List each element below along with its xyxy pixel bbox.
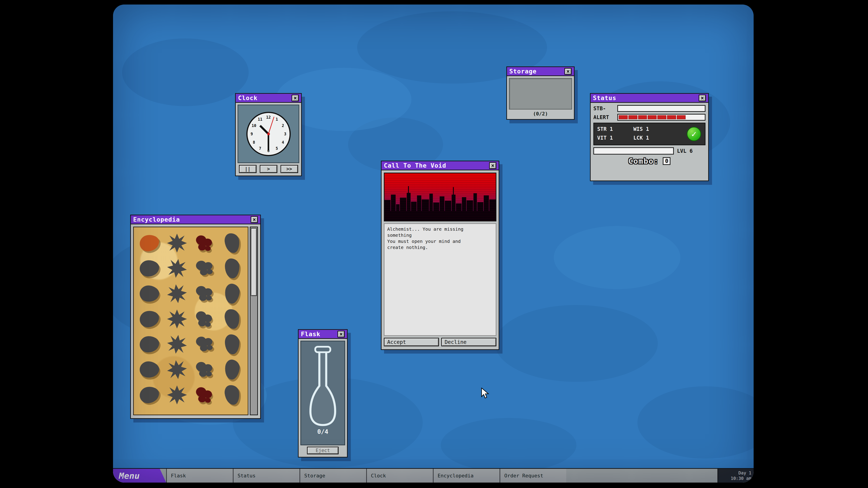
creature-sprite[interactable]: [191, 230, 218, 256]
level-label: LVL 6: [677, 148, 692, 154]
menu-button[interactable]: Menu: [113, 469, 166, 483]
creature-sprite[interactable]: [191, 332, 218, 357]
taskbar-item-flask[interactable]: Flask: [166, 469, 233, 483]
taskbar-item-encyclopedia[interactable]: Encyclopedia: [433, 469, 500, 483]
close-icon[interactable]: ×: [699, 95, 706, 101]
creature-sprite[interactable]: [218, 357, 246, 382]
creature-sprite[interactable]: [218, 332, 246, 357]
creature-sprite[interactable]: [163, 281, 191, 306]
alert-segment: [648, 115, 657, 119]
creature-sprite[interactable]: [135, 332, 163, 357]
void-titlebar[interactable]: Call To The Void ×: [381, 161, 499, 170]
creature-sprite[interactable]: [163, 306, 191, 332]
creature-sprite[interactable]: [135, 256, 163, 281]
creature-sprite[interactable]: [191, 256, 218, 281]
window-title: Flask: [301, 330, 320, 337]
creature-sprite[interactable]: [135, 281, 163, 306]
city-skyline-image: [384, 173, 496, 221]
creature-sprite[interactable]: [191, 382, 218, 408]
taskbar-item-storage[interactable]: Storage: [300, 469, 366, 483]
lck-stat: LCK 1: [633, 135, 670, 142]
pause-button[interactable]: ||: [239, 165, 256, 173]
clock-numeral: 4: [282, 140, 284, 144]
flask-titlebar[interactable]: Flask ×: [299, 330, 347, 339]
clock-titlebar[interactable]: Clock ×: [236, 94, 301, 103]
creature-sprite[interactable]: [163, 256, 191, 281]
taskbar-item-clock[interactable]: Clock: [366, 469, 433, 483]
decline-button[interactable]: Decline: [441, 338, 496, 346]
alert-segment: [628, 115, 638, 119]
status-titlebar[interactable]: Status ×: [591, 94, 708, 103]
creature-sprite[interactable]: [163, 382, 191, 408]
storage-count: (0/2): [509, 109, 572, 117]
storage-slots-panel[interactable]: [509, 78, 572, 109]
creature-sprite[interactable]: [191, 357, 218, 382]
clock-numeral: 6: [267, 149, 270, 153]
clock-numeral: 5: [276, 146, 278, 151]
scrollbar-thumb[interactable]: [251, 228, 257, 296]
creature-sprite[interactable]: [163, 230, 191, 256]
accept-button[interactable]: Accept: [384, 338, 439, 346]
creature-sprite[interactable]: [135, 382, 163, 408]
creature-sprite[interactable]: [218, 306, 246, 332]
storage-titlebar[interactable]: Storage ×: [507, 67, 574, 76]
clock-numeral: 7: [259, 146, 261, 151]
message-line: create nothing.: [387, 245, 493, 251]
window-title: Encyclopedia: [133, 216, 180, 223]
creature-sprite[interactable]: [218, 230, 246, 256]
day-time-display: Day 1 10:30 am: [717, 469, 754, 483]
check-icon: ✓: [687, 127, 701, 141]
creature-sprite[interactable]: [135, 357, 163, 382]
close-icon[interactable]: ×: [489, 162, 496, 169]
alert-segment: [686, 115, 695, 119]
creature-sprite[interactable]: [218, 256, 246, 281]
flask-icon: [306, 341, 340, 432]
clock-body: 123456789101112 || > >>: [236, 103, 301, 175]
creature-sprite[interactable]: [191, 281, 218, 306]
window-title: Call To The Void: [384, 162, 446, 169]
storage-window: Storage × (0/2): [506, 66, 575, 120]
skyline-silhouette: [384, 173, 496, 221]
close-icon[interactable]: ×: [291, 95, 299, 101]
encyclopedia-window: Encyclopedia ×: [130, 215, 261, 419]
creature-sprite[interactable]: [163, 357, 191, 382]
minute-hand: [268, 134, 269, 151]
mouse-cursor: [480, 388, 490, 400]
creature-sprite[interactable]: [163, 332, 191, 357]
creature-sprite[interactable]: [218, 382, 246, 408]
clock-face: 123456789101112: [246, 112, 291, 156]
scrollbar-track[interactable]: [250, 227, 258, 415]
alert-segment: [657, 115, 666, 119]
eject-button[interactable]: Eject: [307, 447, 339, 454]
storage-body: (0/2): [507, 76, 574, 119]
encyclopedia-titlebar[interactable]: Encyclopedia ×: [131, 215, 260, 224]
stb-label: STB-: [593, 105, 615, 111]
creature-sprite[interactable]: [135, 306, 163, 332]
flask-fill-count: 0/4: [301, 428, 344, 435]
window-title: Clock: [238, 94, 257, 101]
clock-controls: || > >>: [238, 163, 299, 173]
flask-panel: 0/4: [301, 341, 345, 445]
flask-window: Flask × 0/4 Eject: [298, 329, 348, 457]
close-icon[interactable]: ×: [564, 68, 572, 75]
alert-label: ALERT: [593, 114, 615, 120]
combo-label: Combo:: [628, 157, 659, 166]
play-button[interactable]: >: [260, 165, 277, 173]
fast-forward-button[interactable]: >>: [281, 165, 298, 173]
alert-segment: [677, 115, 686, 119]
clock-numeral: 11: [258, 117, 262, 122]
message-line: something: [387, 232, 493, 238]
void-message: Alchemist... You are missing something Y…: [384, 223, 496, 336]
close-icon[interactable]: ×: [338, 331, 345, 337]
clock-panel: 123456789101112: [238, 105, 299, 163]
taskbar-item-order-request[interactable]: Order Request: [500, 469, 566, 483]
str-stat: STR 1: [597, 126, 633, 133]
creature-sprite[interactable]: [191, 306, 218, 332]
day-label: Day 1: [739, 470, 751, 476]
creature-sprite[interactable]: [218, 281, 246, 306]
clock-numeral: 10: [252, 123, 256, 128]
combo-value: 0: [663, 157, 671, 165]
close-icon[interactable]: ×: [251, 216, 258, 223]
taskbar-item-status[interactable]: Status: [233, 469, 300, 483]
creature-sprite[interactable]: [135, 230, 163, 256]
